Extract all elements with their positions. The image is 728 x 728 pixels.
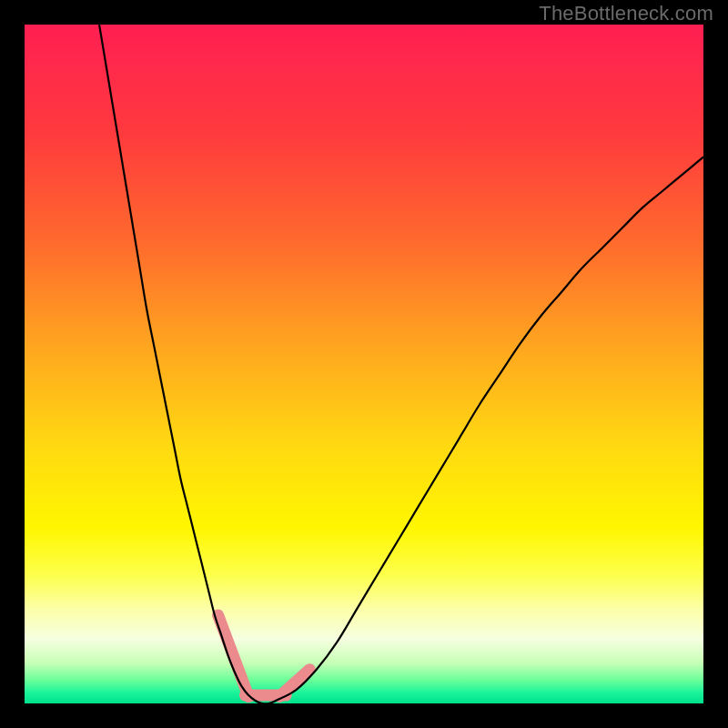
chart-frame: TheBottleneck.com [0, 0, 728, 728]
curve-layer [25, 25, 703, 703]
svg-line-1 [218, 615, 249, 697]
watermark-text: TheBottleneck.com [539, 2, 713, 25]
bottleneck-curve [99, 25, 703, 703]
plot-area [25, 25, 703, 703]
highlight-marker [218, 615, 310, 697]
